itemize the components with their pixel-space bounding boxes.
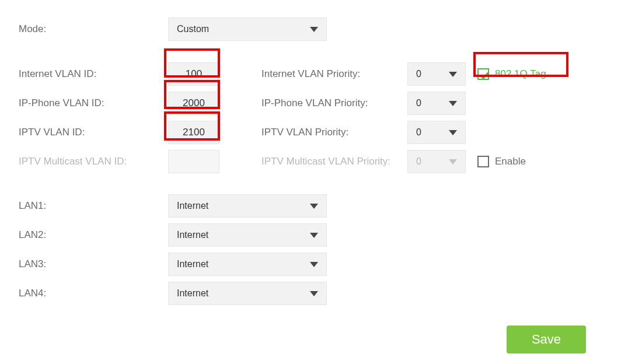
- chevron-down-icon: [310, 262, 318, 267]
- save-button[interactable]: Save: [507, 326, 586, 354]
- lan2-select-value: Internet: [177, 230, 208, 240]
- lan1-select[interactable]: Internet: [168, 194, 327, 218]
- lan4-label: LAN4:: [19, 288, 168, 299]
- chevron-down-icon: [449, 72, 457, 77]
- internet-vlan-priority-label: Internet VLAN Priority:: [256, 68, 407, 80]
- lan3-label: LAN3:: [19, 258, 168, 270]
- iptv-multicast-vlan-priority-value: 0: [416, 156, 421, 167]
- lan3-select[interactable]: Internet: [168, 253, 327, 276]
- iptv-vlan-id-label: IPTV VLAN ID:: [19, 127, 168, 138]
- iptv-multicast-vlan-priority-label: IPTV Multicast VLAN Priority:: [256, 156, 407, 167]
- lan4-select-value: Internet: [177, 288, 208, 299]
- chevron-down-icon: [310, 233, 318, 238]
- lan4-select[interactable]: Internet: [168, 282, 327, 305]
- iptv-vlan-priority-label: IPTV VLAN Priority:: [256, 127, 407, 138]
- ipphone-vlan-priority-label: IP-Phone VLAN Priority:: [256, 97, 407, 109]
- internet-vlan-priority-value: 0: [416, 69, 421, 79]
- internet-vlan-priority-select[interactable]: 0: [407, 62, 466, 86]
- chevron-down-icon: [449, 130, 457, 135]
- chevron-down-icon: [310, 204, 318, 209]
- iptv-vlan-priority-select[interactable]: 0: [407, 121, 466, 144]
- lan2-label: LAN2:: [19, 229, 168, 241]
- mode-label: Mode:: [19, 23, 168, 35]
- iptv-multicast-vlan-id-label: IPTV Multicast VLAN ID:: [19, 156, 168, 167]
- chevron-down-icon: [449, 101, 457, 106]
- mode-select-value: Custom: [177, 24, 209, 34]
- lan1-select-value: Internet: [177, 201, 208, 211]
- mode-select[interactable]: Custom: [168, 18, 327, 41]
- 8021q-tag-label[interactable]: 802.1Q Tag: [495, 68, 546, 80]
- internet-vlan-id-input[interactable]: [168, 62, 219, 86]
- enable-multicast-label[interactable]: Enable: [495, 156, 526, 167]
- ipphone-vlan-priority-select[interactable]: 0: [407, 92, 466, 115]
- ipphone-vlan-priority-value: 0: [416, 98, 421, 108]
- lan3-select-value: Internet: [177, 259, 208, 270]
- iptv-multicast-vlan-id-input: [168, 150, 219, 173]
- ipphone-vlan-id-input[interactable]: [168, 92, 219, 115]
- chevron-down-icon: [310, 291, 318, 296]
- iptv-vlan-id-input[interactable]: [168, 121, 219, 144]
- enable-multicast-checkbox[interactable]: [477, 156, 489, 167]
- 8021q-tag-checkbox[interactable]: [477, 68, 489, 80]
- chevron-down-icon: [449, 159, 457, 164]
- lan1-label: LAN1:: [19, 200, 168, 212]
- ipphone-vlan-id-label: IP-Phone VLAN ID:: [19, 97, 168, 109]
- iptv-multicast-vlan-priority-select: 0: [407, 150, 466, 173]
- internet-vlan-id-label: Internet VLAN ID:: [19, 68, 168, 80]
- iptv-vlan-priority-value: 0: [416, 127, 421, 138]
- lan2-select[interactable]: Internet: [168, 223, 327, 247]
- chevron-down-icon: [310, 27, 318, 32]
